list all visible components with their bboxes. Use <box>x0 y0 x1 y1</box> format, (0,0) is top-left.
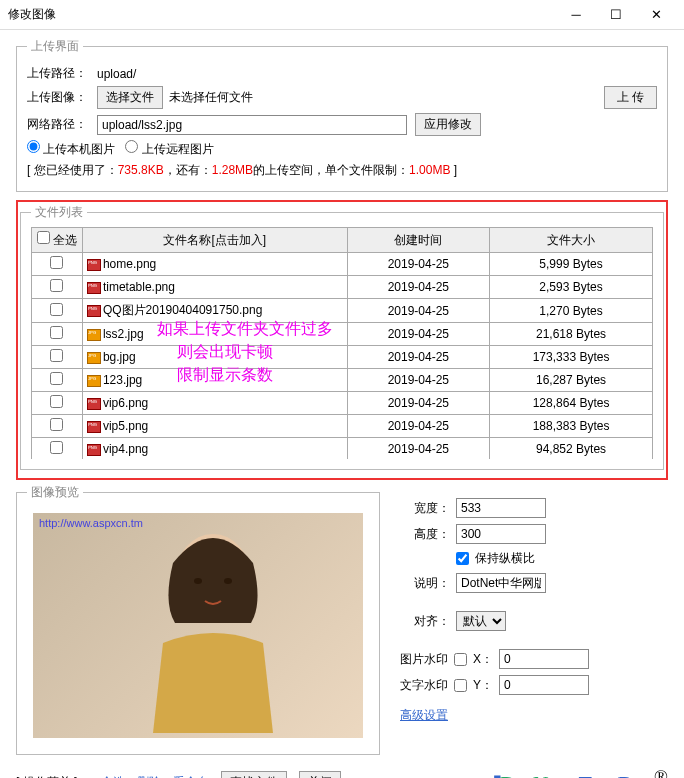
select-all-checkbox[interactable] <box>37 231 50 244</box>
file-name: vip6.png <box>103 396 148 410</box>
advanced-link[interactable]: 高级设置 <box>400 707 448 724</box>
file-name: vip5.png <box>103 419 148 433</box>
row-checkbox[interactable] <box>50 418 63 431</box>
file-name: QQ图片20190404091750.png <box>103 303 262 317</box>
desc-input[interactable] <box>456 573 546 593</box>
file-icon <box>87 375 101 387</box>
file-date: 2019-04-25 <box>347 369 490 392</box>
col-size: 文件大小 <box>490 228 653 253</box>
file-date: 2019-04-25 <box>347 438 490 460</box>
file-list-highlight: 文件列表 全选 文件名称[点击加入] 创建时间 文件大小 home.png201… <box>16 200 668 480</box>
footer: [ 操作菜单 ]： 全选 删除 重命名 查找文件 关闭 ▞DotNet❖Text… <box>16 763 668 778</box>
file-icon <box>87 421 101 433</box>
table-row[interactable]: bg.jpg2019-04-25173,333 Bytes <box>32 346 653 369</box>
upload-panel: 上传界面 上传路径： upload/ 上传图像： 选择文件 未选择任何文件 上 … <box>16 38 668 192</box>
upload-path-label: 上传路径： <box>27 65 97 82</box>
table-row[interactable]: timetable.png2019-04-252,593 Bytes <box>32 276 653 299</box>
close-button[interactable]: ✕ <box>636 1 676 29</box>
file-size: 173,333 Bytes <box>490 346 653 369</box>
height-input[interactable] <box>456 524 546 544</box>
find-file-button[interactable]: 查找文件 <box>221 771 287 778</box>
person-silhouette <box>123 523 303 733</box>
x-label: X： <box>473 651 493 668</box>
upload-path-value: upload/ <box>97 67 136 81</box>
table-scroll[interactable]: 全选 文件名称[点击加入] 创建时间 文件大小 home.png2019-04-… <box>31 227 653 459</box>
radio-remote-label[interactable]: 上传远程图片 <box>125 140 213 158</box>
file-date: 2019-04-25 <box>347 276 490 299</box>
window-title: 修改图像 <box>8 6 556 23</box>
file-icon <box>87 444 101 456</box>
watermark-text-checkbox[interactable] <box>454 679 467 692</box>
titlebar: 修改图像 ─ ☐ ✕ <box>0 0 684 30</box>
table-row[interactable]: 123.jpg2019-04-2516,287 Bytes <box>32 369 653 392</box>
op-select-all[interactable]: 全选 <box>101 774 125 778</box>
row-checkbox[interactable] <box>50 441 63 454</box>
minimize-button[interactable]: ─ <box>556 1 596 29</box>
preview-legend: 图像预览 <box>27 484 83 501</box>
no-file-text: 未选择任何文件 <box>169 89 253 106</box>
col-name: 文件名称[点击加入] <box>82 228 347 253</box>
x-input[interactable] <box>499 649 589 669</box>
file-icon <box>87 305 101 317</box>
align-label: 对齐： <box>400 613 450 630</box>
row-checkbox[interactable] <box>50 256 63 269</box>
radio-local[interactable] <box>27 140 40 153</box>
height-label: 高度： <box>400 526 450 543</box>
row-checkbox[interactable] <box>50 303 63 316</box>
net-path-input[interactable] <box>97 115 407 135</box>
file-date: 2019-04-25 <box>347 415 490 438</box>
keep-ratio-label: 保持纵横比 <box>475 550 535 567</box>
file-size: 188,383 Bytes <box>490 415 653 438</box>
file-size: 94,852 Bytes <box>490 438 653 460</box>
preview-image: http://www.aspxcn.tm <box>33 513 363 738</box>
keep-ratio-checkbox[interactable] <box>456 552 469 565</box>
preview-panel: 图像预览 http://www.aspxcn.tm <box>16 484 380 755</box>
radio-local-label[interactable]: 上传本机图片 <box>27 140 115 158</box>
net-path-label: 网络路径： <box>27 116 97 133</box>
watermark-text-label: 文字水印 <box>400 677 448 694</box>
file-date: 2019-04-25 <box>347 299 490 323</box>
file-size: 21,618 Bytes <box>490 323 653 346</box>
watermark-img-checkbox[interactable] <box>454 653 467 666</box>
align-select[interactable]: 默认 <box>456 611 506 631</box>
table-row[interactable]: QQ图片20190404091750.png2019-04-251,270 By… <box>32 299 653 323</box>
width-label: 宽度： <box>400 500 450 517</box>
op-rename[interactable]: 重命名 <box>173 774 209 778</box>
file-list-legend: 文件列表 <box>31 204 87 221</box>
col-checkbox: 全选 <box>32 228 83 253</box>
file-name: vip4.png <box>103 442 148 456</box>
file-name: bg.jpg <box>103 350 136 364</box>
file-table: 全选 文件名称[点击加入] 创建时间 文件大小 home.png2019-04-… <box>31 227 653 459</box>
file-name: lss2.jpg <box>103 327 144 341</box>
row-checkbox[interactable] <box>50 372 63 385</box>
choose-file-button[interactable]: 选择文件 <box>97 86 163 109</box>
file-name: timetable.png <box>103 280 175 294</box>
upload-legend: 上传界面 <box>27 38 83 55</box>
row-checkbox[interactable] <box>50 395 63 408</box>
table-row[interactable]: vip6.png2019-04-25128,864 Bytes <box>32 392 653 415</box>
radio-remote[interactable] <box>125 140 138 153</box>
table-row[interactable]: vip4.png2019-04-2594,852 Bytes <box>32 438 653 460</box>
row-checkbox[interactable] <box>50 326 63 339</box>
table-row[interactable]: lss2.jpg2019-04-2521,618 Bytes <box>32 323 653 346</box>
op-delete[interactable]: 删除 <box>137 774 161 778</box>
file-name: home.png <box>103 257 156 271</box>
width-input[interactable] <box>456 498 546 518</box>
apply-button[interactable]: 应用修改 <box>415 113 481 136</box>
close-panel-button[interactable]: 关闭 <box>299 771 341 778</box>
brand-logo: ▞DotNet❖TextBox® <box>488 767 668 778</box>
quota-text: [ 您已经使用了：735.8KB，还有：1.28MB的上传空间，单个文件限制：1… <box>27 162 657 179</box>
row-checkbox[interactable] <box>50 349 63 362</box>
row-checkbox[interactable] <box>50 279 63 292</box>
file-icon <box>87 282 101 294</box>
table-row[interactable]: home.png2019-04-255,999 Bytes <box>32 253 653 276</box>
upload-button[interactable]: 上 传 <box>604 86 657 109</box>
maximize-button[interactable]: ☐ <box>596 1 636 29</box>
file-icon <box>87 259 101 271</box>
file-icon <box>87 398 101 410</box>
y-input[interactable] <box>499 675 589 695</box>
file-size: 1,270 Bytes <box>490 299 653 323</box>
desc-label: 说明： <box>400 575 450 592</box>
table-row[interactable]: vip5.png2019-04-25188,383 Bytes <box>32 415 653 438</box>
ops-label: [ 操作菜单 ]： <box>16 774 89 778</box>
